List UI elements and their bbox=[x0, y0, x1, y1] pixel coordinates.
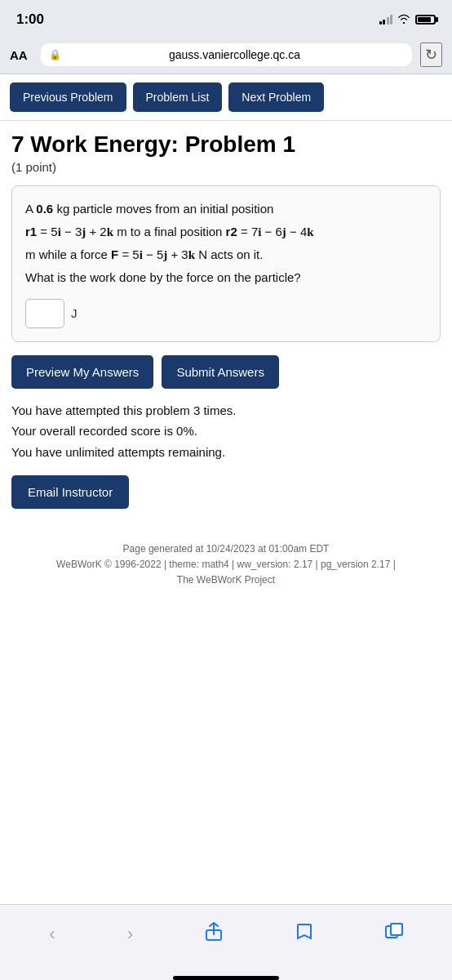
back-button[interactable]: ‹ bbox=[38, 919, 66, 950]
problem-title: 7 Work Energy: Problem 1 bbox=[11, 131, 441, 158]
svg-rect-2 bbox=[391, 924, 402, 935]
problem-list-button[interactable]: Problem List bbox=[133, 82, 223, 112]
problem-box: A 0.6 kg particle moves from an initial … bbox=[11, 185, 441, 342]
next-problem-button[interactable]: Next Problem bbox=[228, 82, 324, 112]
attempt-line3: You have unlimited attempts remaining. bbox=[11, 442, 441, 463]
forward-button[interactable]: › bbox=[116, 919, 144, 950]
footer: Page generated at 10/24/2023 at 01:00am … bbox=[11, 533, 441, 605]
answer-unit: J bbox=[71, 304, 78, 323]
ios-bottom-bar: ‹ › bbox=[0, 904, 452, 971]
footer-line3: The WeBWorK Project bbox=[20, 572, 432, 588]
status-bar: 1:00 bbox=[0, 0, 452, 36]
bookmarks-icon bbox=[295, 923, 313, 946]
tabs-button[interactable] bbox=[374, 918, 414, 951]
email-instructor-button[interactable]: Email Instructor bbox=[11, 475, 129, 509]
battery-icon bbox=[415, 15, 436, 24]
previous-problem-button[interactable]: Previous Problem bbox=[10, 82, 126, 112]
share-icon bbox=[205, 922, 223, 947]
browser-aa-label[interactable]: AA bbox=[10, 48, 33, 62]
url-bar[interactable]: 🔒 gauss.vaniercollege.qc.ca bbox=[41, 43, 412, 66]
footer-line1: Page generated at 10/24/2023 at 01:00am … bbox=[20, 541, 432, 557]
footer-line2: WeBWorK © 1996-2022 | theme: math4 | ww_… bbox=[20, 557, 432, 572]
back-icon: ‹ bbox=[49, 924, 55, 945]
lock-icon: 🔒 bbox=[49, 49, 61, 60]
submit-answers-button[interactable]: Submit Answers bbox=[162, 355, 279, 389]
problem-line3: m while a force F = 5i − 5j + 3k N acts … bbox=[25, 245, 427, 265]
main-content: 7 Work Energy: Problem 1 (1 point) A 0.6… bbox=[0, 121, 452, 904]
share-button[interactable] bbox=[193, 917, 234, 951]
status-time: 1:00 bbox=[16, 11, 44, 28]
navigation-buttons: Previous Problem Problem List Next Probl… bbox=[0, 74, 452, 121]
status-icons bbox=[379, 12, 436, 27]
attempt-line1: You have attempted this problem 3 times. bbox=[11, 400, 441, 421]
browser-bar: AA 🔒 gauss.vaniercollege.qc.ca ↻ bbox=[0, 36, 452, 74]
action-buttons: Preview My Answers Submit Answers bbox=[11, 355, 441, 389]
problem-text: A 0.6 kg particle moves from an initial … bbox=[25, 199, 427, 328]
tabs-icon bbox=[385, 923, 403, 946]
problem-line4: What is the work done by the force on th… bbox=[25, 268, 427, 287]
answer-row: J bbox=[25, 299, 427, 328]
url-text: gauss.vaniercollege.qc.ca bbox=[65, 48, 404, 61]
wifi-icon bbox=[397, 12, 410, 27]
bookmarks-button[interactable] bbox=[284, 918, 325, 951]
refresh-button[interactable]: ↻ bbox=[420, 42, 442, 67]
home-indicator bbox=[173, 976, 279, 980]
answer-input[interactable] bbox=[25, 299, 64, 328]
attempt-status: You have attempted this problem 3 times.… bbox=[11, 400, 441, 463]
attempt-line2: Your overall recorded score is 0%. bbox=[11, 421, 441, 442]
problem-line2: r1 = 5i − 3j + 2k m to a final position … bbox=[25, 222, 427, 242]
problem-points: (1 point) bbox=[11, 160, 441, 174]
signal-bars-icon bbox=[379, 15, 393, 24]
preview-answers-button[interactable]: Preview My Answers bbox=[11, 355, 153, 389]
forward-icon: › bbox=[127, 924, 133, 945]
problem-line1: A 0.6 kg particle moves from an initial … bbox=[25, 199, 427, 219]
